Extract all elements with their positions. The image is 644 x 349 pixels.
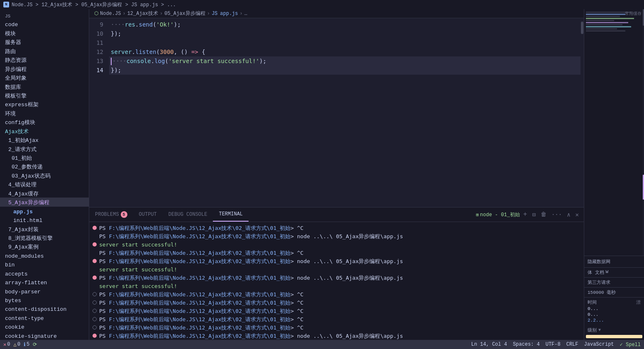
panel-area: PROBLEMS 5 OUTPUT DEBUG CONSOLE TERMINAL (89, 207, 584, 340)
line-num-11: 11 (89, 38, 103, 47)
terminal-trash-btn[interactable]: 🗑 (539, 211, 548, 218)
sidebar-item-ajax-case[interactable]: 9_Ajax案例 (0, 242, 89, 251)
tab-terminal[interactable]: TERMINAL (213, 207, 249, 222)
sidebar-item-express[interactable]: express框架 (0, 100, 89, 108)
sidebar-item-cookie[interactable]: cookie (0, 322, 89, 331)
sidebar-item-accepts[interactable]: accepts (0, 269, 89, 278)
status-errors[interactable]: ✕ 0 (3, 342, 10, 348)
line-num-13: 13 (89, 56, 103, 66)
sidebar-item-02[interactable]: 02_参数传递 (0, 162, 89, 171)
sidebar-item-async-prog[interactable]: 5_Ajax异步编程 (0, 198, 89, 206)
sidebar-item-04[interactable]: 4_错误处理 (0, 180, 89, 188)
status-line-col[interactable]: Ln 14, Col 4 (471, 342, 507, 348)
breadcrumb-ajax[interactable]: 12_Ajax技术 (127, 10, 158, 17)
sidebar-item-appjs[interactable]: app.js (0, 207, 89, 215)
sidebar-item-03[interactable]: 03_Ajax状态码 (0, 171, 89, 180)
sidebar-item-server[interactable]: 服务器 (0, 37, 89, 46)
tab-problems[interactable]: PROBLEMS 5 (89, 207, 133, 222)
editor-scrollbar[interactable] (581, 18, 584, 207)
status-info-count: 5 (27, 342, 29, 347)
terminal-more-btn[interactable]: ··· (550, 211, 564, 218)
sidebar-item-code[interactable]: code (0, 20, 89, 28)
sidebar-item-ajax-wrap[interactable]: 7_Ajax封装 (0, 225, 89, 233)
status-eol[interactable]: CRLF (566, 342, 578, 348)
breadcrumb-icon: ⬡ (94, 10, 98, 17)
status-language[interactable]: JavaScript (584, 342, 614, 348)
status-spell[interactable]: ✓ Spell (620, 342, 641, 348)
term-text-11: PS F:\编程系列\Web前后端\Node.JS\12_Ajax技术\02_请… (99, 307, 303, 315)
right-panel-color-bar (586, 335, 642, 338)
sidebar-item-module[interactable]: 模块 (0, 29, 89, 37)
term-text-9: PS F:\编程系列\Web前后端\Node.JS\12_Ajax技术\02_请… (99, 290, 303, 298)
problems-badge: 5 (121, 211, 127, 218)
tab-debug[interactable]: DEBUG CONSOLE (163, 207, 213, 222)
minimap-line (586, 12, 631, 13)
terminal-close-btn[interactable]: ✕ (574, 211, 581, 218)
sidebar-item-inithtml[interactable]: init.html (0, 215, 89, 224)
sidebar-item-static[interactable]: 静态资源 (0, 55, 89, 64)
minimap-lines (586, 11, 642, 254)
terminal-content[interactable]: PS F:\编程系列\Web前后端\Node.JS\12_Ajax技术\02_请… (89, 222, 584, 340)
term-dot-11 (93, 309, 97, 313)
sidebar-item-node-modules[interactable]: node_modules (0, 251, 89, 260)
sidebar-item-browser-tpl[interactable]: 8_浏览器模板引擎 (0, 233, 89, 242)
term-text-10: PS F:\编程系列\Web前后端\Node.JS\12_Ajax技术\02_请… (99, 299, 303, 307)
minimap-line (586, 30, 625, 32)
line-num-10: 10 (89, 29, 103, 38)
sidebar-item-db[interactable]: 数据库 (0, 82, 89, 91)
tab-output[interactable]: OUTPUT (133, 207, 163, 222)
term-text-2: PS F:\编程系列\Web前后端\Node.JS\12_Ajax技术\02_请… (99, 232, 403, 240)
breadcrumb-appjs[interactable]: app.js (220, 11, 238, 17)
sidebar-item-global[interactable]: 全局对象 (0, 73, 89, 82)
right-panel-val-2: 0... (588, 312, 641, 317)
right-panel: 常用缓存 隐藏数据网 体 文档 W 第三方请求 150000 毫秒 时间 (584, 9, 644, 340)
sidebar-item-bin[interactable]: bin (0, 260, 89, 268)
right-panel-val-1: 0... (588, 306, 641, 311)
minimap-line (586, 24, 622, 25)
term-line-4: PS F:\编程系列\Web前后端\Node.JS\12_Ajax技术\02_请… (93, 249, 581, 257)
code-line-14: }); (109, 66, 581, 75)
term-dot-13 (93, 325, 97, 329)
sidebar-item-01[interactable]: 01_初始 (0, 153, 89, 162)
status-encoding[interactable]: UTF-8 (546, 342, 561, 348)
status-info[interactable]: ℹ 5 (24, 342, 29, 348)
right-panel-150000: 150000 毫秒 (588, 290, 616, 295)
status-spell-label: Spell (626, 342, 641, 348)
breadcrumb-nodejs[interactable]: Node.JS (100, 11, 121, 17)
right-panel-time-row: 时间 漂 (588, 299, 641, 305)
terminal-split-btn[interactable]: ⊟ (530, 211, 537, 218)
sidebar-item-env[interactable]: 环境 (0, 109, 89, 117)
sidebar-item-array-flatten[interactable]: array-flatten (0, 278, 89, 286)
sidebar-item-init-ajax[interactable]: 1_初始Ajax (0, 135, 89, 144)
status-git[interactable]: ⟳ (33, 342, 37, 348)
sidebar-item-ajax[interactable]: Ajax技术 (0, 127, 89, 135)
sidebar-item-cookie-sig[interactable]: cookie-signature (0, 331, 89, 340)
term-text-13: PS F:\编程系列\Web前后端\Node.JS\12_Ajax技术\02_请… (99, 324, 303, 332)
sidebar-item-template[interactable]: 模板引擎 (0, 91, 89, 100)
status-error-count: 0 (7, 342, 10, 347)
sidebar-item-route[interactable]: 路由 (0, 46, 89, 55)
code-content[interactable]: ····res.send('Ok!'); }); server.listen(3… (109, 18, 581, 207)
terminal-add-btn[interactable]: + (522, 211, 529, 218)
sidebar-item-body-parser[interactable]: body-parser (0, 287, 89, 295)
code-line-10: }); (109, 29, 581, 38)
sidebar-item-request[interactable]: 2_请求方式 (0, 144, 89, 153)
term-dot-3 (93, 242, 97, 246)
term-line-8: server start successful! (93, 282, 581, 290)
sidebar-item-content-type[interactable]: content-type (0, 313, 89, 322)
right-panel-section-3: 第三方请求 (584, 278, 644, 288)
sidebar-item-js[interactable]: JS (0, 9, 89, 20)
sidebar-item-cache[interactable]: 4_Ajax缓存 (0, 189, 89, 198)
breadcrumb: ⬡ Node.JS › 12_Ajax技术 › 05_Ajax异步编程 › JS… (89, 9, 584, 18)
terminal-node-label: ⊞ node - 01_初始 (476, 211, 520, 218)
breadcrumb-async-prog[interactable]: 05_Ajax异步编程 (164, 10, 205, 17)
terminal-expand-btn[interactable]: ∧ (565, 211, 572, 218)
sidebar-item-bytes[interactable]: bytes (0, 295, 89, 304)
sidebar-item-content-disp[interactable]: content-disposition (0, 304, 89, 313)
status-warnings[interactable]: △ 0 (13, 342, 20, 348)
status-git-icon: ⟳ (33, 342, 37, 348)
sidebar-item-config[interactable]: config模块 (0, 117, 89, 126)
status-spaces[interactable]: Spaces: 4 (513, 342, 540, 348)
sidebar-item-async[interactable]: 异步编程 (0, 64, 89, 73)
panel-tab-actions: ⊞ node - 01_初始 + ⊟ 🗑 ··· ∧ ✕ (476, 207, 584, 222)
